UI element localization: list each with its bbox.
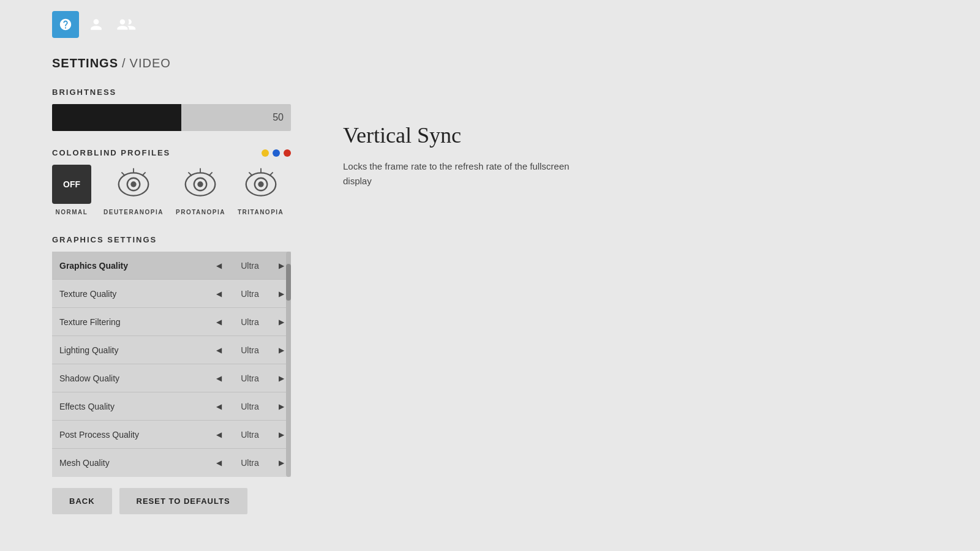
graphics-quality-label: Graphics Quality	[52, 261, 209, 271]
post-process-label: Post Process Quality	[52, 430, 209, 440]
off-button[interactable]: OFF	[52, 165, 91, 204]
texture-filtering-prev[interactable]: ◀	[209, 308, 228, 336]
table-row[interactable]: Effects Quality ◀ Ultra ▶	[52, 392, 291, 421]
texture-filtering-label: Texture Filtering	[52, 317, 209, 327]
svg-point-8	[198, 181, 203, 187]
breadcrumb-slash: /	[122, 56, 126, 70]
effects-quality-value: Ultra	[228, 402, 271, 411]
texture-filtering-value: Ultra	[228, 317, 271, 327]
deuteranopia-label: DEUTERANOPIA	[104, 209, 164, 216]
brightness-label: BRIGHTNESS	[52, 88, 928, 97]
svg-point-2	[130, 181, 136, 187]
colorblind-normal[interactable]: OFF NORMAL	[52, 165, 91, 216]
info-panel: Vertical Sync Locks the frame rate to th…	[343, 122, 588, 189]
main-content: SETTINGS/VIDEO BRIGHTNESS 50 COLORBLIND …	[0, 38, 980, 477]
protanopia-icon[interactable]	[181, 165, 220, 204]
deuteranopia-icon[interactable]	[114, 165, 153, 204]
colorblind-label: COLORBLIND PROFILES	[52, 148, 170, 157]
breadcrumb-sub: VIDEO	[130, 56, 171, 70]
info-title: Vertical Sync	[343, 122, 588, 148]
colorblind-tritanopia[interactable]: TRITANOPIA	[238, 165, 284, 216]
brightness-fill	[52, 104, 181, 131]
table-row[interactable]: Mesh Quality ◀ Ultra ▶	[52, 449, 291, 477]
colorblind-header: COLORBLIND PROFILES	[52, 148, 291, 157]
table-row[interactable]: Graphics Quality ◀ Ultra ▶	[52, 252, 291, 280]
mesh-quality-value: Ultra	[228, 458, 271, 468]
svg-point-14	[258, 181, 263, 187]
bottom-buttons: BACK RESET TO DEFAULTS	[52, 488, 247, 514]
breadcrumb: SETTINGS/VIDEO	[52, 56, 928, 70]
mesh-quality-label: Mesh Quality	[52, 458, 209, 468]
graphics-quality-value: Ultra	[228, 261, 271, 271]
back-button[interactable]: BACK	[52, 488, 112, 514]
graphics-settings-label: GRAPHICS SETTINGS	[52, 235, 928, 244]
graphics-quality-prev[interactable]: ◀	[209, 252, 228, 280]
info-description: Locks the frame rate to the refresh rate…	[343, 159, 588, 189]
shadow-quality-value: Ultra	[228, 373, 271, 383]
table-row[interactable]: Post Process Quality ◀ Ultra ▶	[52, 421, 291, 449]
breadcrumb-main: SETTINGS	[52, 56, 118, 70]
top-bar	[0, 0, 980, 38]
question-icon[interactable]	[52, 11, 79, 38]
shadow-quality-prev[interactable]: ◀	[209, 364, 228, 392]
mesh-quality-prev[interactable]: ◀	[209, 449, 228, 477]
normal-label: NORMAL	[56, 209, 88, 216]
lighting-quality-label: Lighting Quality	[52, 345, 209, 355]
texture-quality-prev[interactable]: ◀	[209, 280, 228, 308]
dot-red	[284, 149, 291, 157]
table-row[interactable]: Lighting Quality ◀ Ultra ▶	[52, 336, 291, 364]
dot-blue	[273, 149, 280, 157]
brightness-slider-container: 50	[52, 104, 291, 131]
dot-yellow	[262, 149, 269, 157]
effects-quality-prev[interactable]: ◀	[209, 392, 228, 421]
tritanopia-icon[interactable]	[241, 165, 281, 204]
effects-quality-label: Effects Quality	[52, 402, 209, 411]
colorblind-deuteranopia[interactable]: DEUTERANOPIA	[104, 165, 164, 216]
texture-quality-label: Texture Quality	[52, 289, 209, 299]
colorblind-dots	[262, 149, 291, 157]
post-process-value: Ultra	[228, 430, 271, 440]
lighting-quality-prev[interactable]: ◀	[209, 336, 228, 364]
graphics-rows: Graphics Quality ◀ Ultra ▶ Texture Quali…	[52, 252, 291, 477]
person-icon[interactable]	[83, 11, 110, 38]
brightness-track[interactable]: 50	[52, 104, 291, 131]
tritanopia-label: TRITANOPIA	[238, 209, 284, 216]
colorblind-protanopia[interactable]: PROTANOPIA	[176, 165, 225, 216]
reset-button[interactable]: RESET TO DEFAULTS	[119, 488, 247, 514]
protanopia-label: PROTANOPIA	[176, 209, 225, 216]
scrollbar-track[interactable]	[286, 252, 291, 477]
texture-quality-value: Ultra	[228, 289, 271, 299]
post-process-prev[interactable]: ◀	[209, 421, 228, 449]
table-row[interactable]: Texture Quality ◀ Ultra ▶	[52, 280, 291, 308]
scrollbar-thumb[interactable]	[286, 264, 291, 301]
lighting-quality-value: Ultra	[228, 345, 271, 355]
table-row[interactable]: Texture Filtering ◀ Ultra ▶	[52, 308, 291, 336]
shadow-quality-label: Shadow Quality	[52, 373, 209, 383]
graphics-table-wrapper: Graphics Quality ◀ Ultra ▶ Texture Quali…	[52, 252, 291, 477]
brightness-value: 50	[273, 112, 284, 123]
table-row[interactable]: Shadow Quality ◀ Ultra ▶	[52, 364, 291, 392]
group-icon[interactable]	[113, 11, 140, 38]
